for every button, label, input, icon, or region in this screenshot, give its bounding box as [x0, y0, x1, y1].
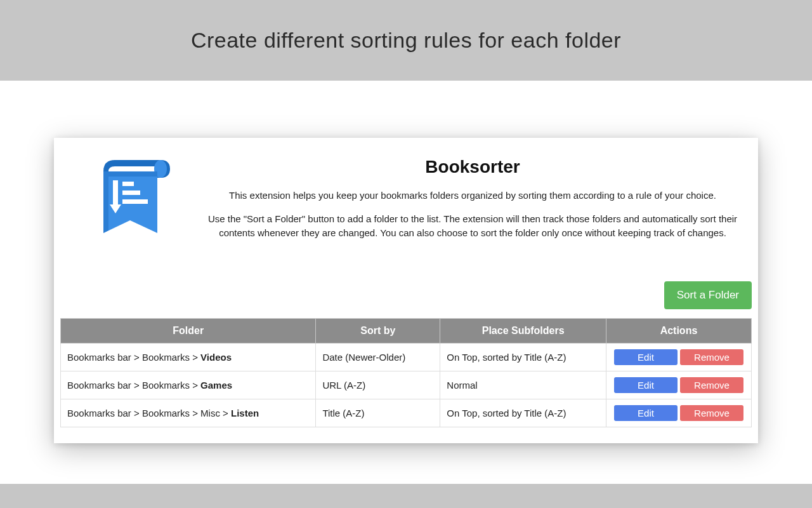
- app-title: Booksorter: [206, 157, 739, 177]
- folder-path: Bookmarks bar > Bookmarks > Misc >: [67, 408, 231, 418]
- edit-button[interactable]: Edit: [614, 377, 678, 393]
- folder-cell: Bookmarks bar > Bookmarks > Games: [61, 371, 316, 399]
- sort-folder-button[interactable]: Sort a Folder: [664, 281, 752, 309]
- folder-leaf: Videos: [200, 352, 232, 363]
- header-actions: Actions: [606, 318, 751, 343]
- sort-by-cell: Title (A-Z): [316, 399, 440, 427]
- folder-leaf: Games: [200, 380, 232, 391]
- actions-cell: EditRemove: [606, 343, 751, 371]
- header-subfolders: Place Subfolders: [440, 318, 606, 343]
- remove-button[interactable]: Remove: [680, 349, 743, 365]
- bottom-banner: [0, 484, 812, 508]
- folder-cell: Bookmarks bar > Bookmarks > Misc > Liste…: [61, 399, 316, 427]
- subfolders-cell: On Top, sorted by Title (A-Z): [440, 399, 606, 427]
- actions-cell: EditRemove: [606, 371, 751, 399]
- sort-button-row: Sort a Folder: [60, 281, 752, 309]
- table-row: Bookmarks bar > Bookmarks > VideosDate (…: [61, 343, 752, 371]
- card-header: Booksorter This extension helps you keep…: [60, 157, 752, 250]
- table-row: Bookmarks bar > Bookmarks > GamesURL (A-…: [61, 371, 752, 399]
- sort-by-cell: Date (Newer-Older): [316, 343, 440, 371]
- subfolders-cell: Normal: [440, 371, 606, 399]
- content-area: Booksorter This extension helps you keep…: [0, 81, 812, 443]
- edit-button[interactable]: Edit: [614, 349, 678, 365]
- edit-button[interactable]: Edit: [614, 405, 678, 421]
- remove-button[interactable]: Remove: [680, 377, 743, 393]
- svg-rect-1: [113, 180, 118, 206]
- app-description-1: This extension helps you keep your bookm…: [206, 189, 739, 203]
- header-folder: Folder: [61, 318, 316, 343]
- top-banner: Create different sorting rules for each …: [0, 0, 812, 81]
- remove-button[interactable]: Remove: [680, 405, 743, 421]
- booksorter-icon: [97, 160, 170, 239]
- svg-rect-5: [122, 199, 148, 204]
- subfolders-cell: On Top, sorted by Title (A-Z): [440, 343, 606, 371]
- folder-cell: Bookmarks bar > Bookmarks > Videos: [61, 343, 316, 371]
- rules-table: Folder Sort by Place Subfolders Actions …: [60, 318, 752, 427]
- main-card: Booksorter This extension helps you keep…: [54, 138, 758, 443]
- folder-path: Bookmarks bar > Bookmarks >: [67, 352, 200, 363]
- app-description-2: Use the "Sort a Folder" button to add a …: [206, 212, 739, 241]
- folder-path: Bookmarks bar > Bookmarks >: [67, 380, 200, 391]
- header-sort-by: Sort by: [316, 318, 440, 343]
- table-row: Bookmarks bar > Bookmarks > Misc > Liste…: [61, 399, 752, 427]
- actions-cell: EditRemove: [606, 399, 751, 427]
- folder-leaf: Listen: [231, 408, 259, 418]
- svg-rect-4: [122, 190, 140, 195]
- app-logo: [60, 157, 206, 239]
- sort-by-cell: URL (A-Z): [316, 371, 440, 399]
- header-text: Booksorter This extension helps you keep…: [206, 157, 752, 250]
- banner-headline: Create different sorting rules for each …: [191, 28, 621, 53]
- svg-rect-3: [122, 182, 134, 186]
